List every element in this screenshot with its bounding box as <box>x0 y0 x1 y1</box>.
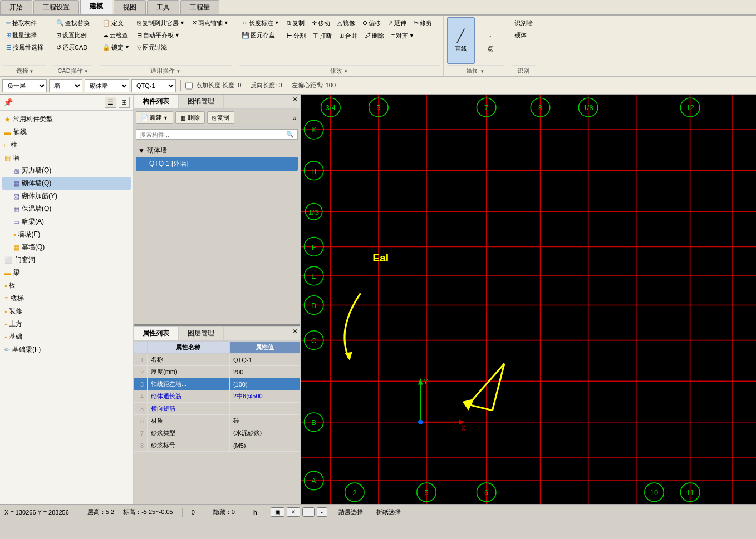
pick-component-btn[interactable]: ✏ 拾取构件 <box>3 17 46 28</box>
recognize-masonry-btn[interactable]: 硕体 <box>512 29 536 41</box>
offset-btn[interactable]: ⊙ 偏移 <box>360 17 384 28</box>
comp-list-tab[interactable]: 构件列表 <box>134 95 179 108</box>
tree-decoration[interactable]: ▪ 装修 <box>2 305 131 318</box>
split-btn[interactable]: ⊢ 分割 <box>284 30 308 41</box>
tree-curtain-wall[interactable]: ▦ 幕墙(Q) <box>2 241 131 254</box>
props-list-tab[interactable]: 属性列表 <box>134 327 179 340</box>
save-element-btn[interactable]: 💾 图元存盘 <box>239 29 282 41</box>
tree-beam[interactable]: ▬ 梁 <box>2 266 131 279</box>
select-section-label[interactable]: 选择 <box>3 65 46 76</box>
trim-btn[interactable]: ✂ 修剪 <box>411 17 435 28</box>
tree-door-window[interactable]: ⬜ 门窗洞 <box>2 254 131 266</box>
tree-common-types[interactable]: ★ 常用构件类型 <box>2 113 131 126</box>
tree-wall[interactable]: ▦ 墙 <box>2 151 131 164</box>
lock-btn[interactable]: 🔒 锁定 ▼ <box>100 42 132 53</box>
filter-btn[interactable]: ▽ 图元过滤 <box>134 42 188 53</box>
tab-modeling[interactable]: 建模 <box>80 0 112 14</box>
tree-foundation[interactable]: ▪ 基础 <box>2 330 131 343</box>
copy-to-layer-btn[interactable]: ⎘ 复制到其它层 ▼ <box>134 17 188 28</box>
break-btn[interactable]: ⊤ 打断 <box>310 30 335 41</box>
tree-foundation-beam[interactable]: ✏ 基础梁(F) <box>2 343 131 356</box>
type-select[interactable]: 墙 <box>49 79 82 92</box>
prop-row-4[interactable]: 4 砌体通长筋 2中6@500 <box>134 390 300 403</box>
prop-value[interactable]: QTQ-1 <box>229 354 300 366</box>
restore-cad-btn[interactable]: ↺ 还原CAD <box>53 42 92 53</box>
two-point-btn[interactable]: ✕ 两点辅轴 ▼ <box>189 17 232 28</box>
prop-row-3[interactable]: 3 轴线距左墙... (100) <box>134 378 300 390</box>
tree-axis[interactable]: ▬ 轴线 <box>2 126 131 139</box>
tree-masonry-wall[interactable]: ▦ 砌体墙(Q) <box>2 177 131 190</box>
tree-earthwork[interactable]: ▪ 土方 <box>2 318 131 330</box>
tree-insulation-wall[interactable]: ▦ 保温墙(Q) <box>2 202 131 215</box>
new-component-btn[interactable]: 📄 新建 ▼ <box>136 111 173 124</box>
delete-component-btn[interactable]: 🗑 删除 <box>175 111 205 124</box>
prop-value[interactable]: 2中6@500 <box>229 390 300 403</box>
canvas-area[interactable]: 3/4 5 7 8 1/8 12 K H 1/G F E D C <box>301 95 756 504</box>
status-btn-x[interactable]: ✕ <box>287 507 300 517</box>
props-close-btn[interactable]: ✕ <box>290 327 300 340</box>
tree-column[interactable]: □ 柱 <box>2 139 131 151</box>
comp-item-qtq1[interactable]: QTQ-1 [外墙] <box>136 157 298 171</box>
copy-btn[interactable]: ⧉ 复制 <box>284 17 307 28</box>
prop-row-7[interactable]: 7 砂浆类型 (水泥砂浆) <box>134 427 300 439</box>
search-input[interactable] <box>140 131 286 138</box>
prop-row-2[interactable]: 2 厚度(mm) 200 <box>134 366 300 378</box>
tab-quantities[interactable]: 工程量 <box>180 0 219 14</box>
status-btn-plus[interactable]: + <box>302 507 315 517</box>
draw-section-label[interactable]: 绘图 <box>447 65 504 76</box>
general-section-label[interactable]: 通用操作 <box>100 65 232 76</box>
auto-align-btn[interactable]: ⊟ 自动平齐板 ▼ <box>134 29 188 41</box>
prop-row-5[interactable]: 5 横向短筋 <box>134 403 300 415</box>
drawing-mgmt-tab[interactable]: 图纸管理 <box>179 95 224 108</box>
tab-project-settings[interactable]: 工程设置 <box>33 0 79 14</box>
tab-start[interactable]: 开始 <box>0 0 32 14</box>
tree-stair[interactable]: ≡ 楼梯 <box>2 292 131 305</box>
component-select[interactable]: QTQ-1 <box>131 79 176 92</box>
panel-close-btn[interactable]: ✕ <box>290 95 300 108</box>
floor-select[interactable]: 负一层 <box>2 79 47 92</box>
cad-section-label[interactable]: CAD操作 <box>53 65 92 76</box>
set-scale-btn[interactable]: ⊡ 设置比例 <box>53 29 92 41</box>
length-mark-btn[interactable]: ↔ 长度标注 ▼ <box>239 17 282 28</box>
delete-btn[interactable]: 🖍 删除 <box>362 30 387 41</box>
prop-value[interactable]: (M5) <box>229 439 300 452</box>
point-draw-btn[interactable]: · 点 <box>477 17 504 64</box>
prop-value[interactable]: (100) <box>229 378 300 390</box>
tree-hidden-beam[interactable]: ▭ 暗梁(A) <box>2 215 131 228</box>
modify-section-label[interactable]: 修改 <box>239 65 440 76</box>
batch-select-btn[interactable]: ⊞ 批量选择 <box>3 29 46 41</box>
find-replace-btn[interactable]: 🔍 查找替换 <box>53 17 92 28</box>
tab-tools[interactable]: 工具 <box>147 0 179 14</box>
status-btn-minus[interactable]: - <box>317 507 327 517</box>
search-box[interactable]: 🔍 <box>136 129 298 140</box>
tree-wall-pier[interactable]: ▪ 墙垛(E) <box>2 228 131 241</box>
status-btn-1[interactable]: ▣ <box>271 507 284 517</box>
line-draw-btn[interactable]: ╱ 直线 <box>447 17 475 64</box>
prop-value[interactable]: (水泥砂浆) <box>229 427 300 439</box>
grid-view-btn[interactable]: ⊞ <box>119 97 130 108</box>
prop-row-1[interactable]: 1 名称 QTQ-1 <box>134 354 300 366</box>
layer-mgmt-tab[interactable]: 图层管理 <box>179 327 224 340</box>
prop-value[interactable] <box>229 403 300 415</box>
prop-row-8[interactable]: 8 砂浆标号 (M5) <box>134 439 300 452</box>
mirror-btn[interactable]: △ 镜像 <box>335 17 358 28</box>
prop-value[interactable]: 砖 <box>229 415 300 427</box>
cloud-check-btn[interactable]: ☁ 云检查 <box>100 29 132 41</box>
define-btn[interactable]: 📋 定义 <box>100 17 132 28</box>
tree-slab[interactable]: ▪ 板 <box>2 279 131 292</box>
tab-view[interactable]: 视图 <box>114 0 146 14</box>
tree-shear-wall[interactable]: ▧ 剪力墙(Q) <box>2 164 131 177</box>
recognize-wall-btn[interactable]: 识别墙 <box>512 17 536 28</box>
category-masonry-wall[interactable]: ▼ 砌体墙 <box>136 144 298 157</box>
subtype-select[interactable]: 砌体墙 <box>85 79 129 92</box>
attr-select-btn[interactable]: ☰ 按属性选择 <box>3 42 46 53</box>
prop-row-6[interactable]: 6 材质 砖 <box>134 415 300 427</box>
move-btn[interactable]: ✛ 移动 <box>309 17 333 28</box>
list-view-btn[interactable]: ☰ <box>105 97 116 108</box>
align-btn[interactable]: ≡ 对齐 ▼ <box>389 30 417 41</box>
expand-btn[interactable]: » <box>292 113 298 123</box>
merge-btn[interactable]: ⊞ 合并 <box>336 30 360 41</box>
tree-masonry-rebar[interactable]: ▧ 砌体加筋(Y) <box>2 190 131 202</box>
copy-component-btn[interactable]: ⎘ 复制 <box>207 111 234 124</box>
add-length-checkbox[interactable] <box>185 79 193 92</box>
